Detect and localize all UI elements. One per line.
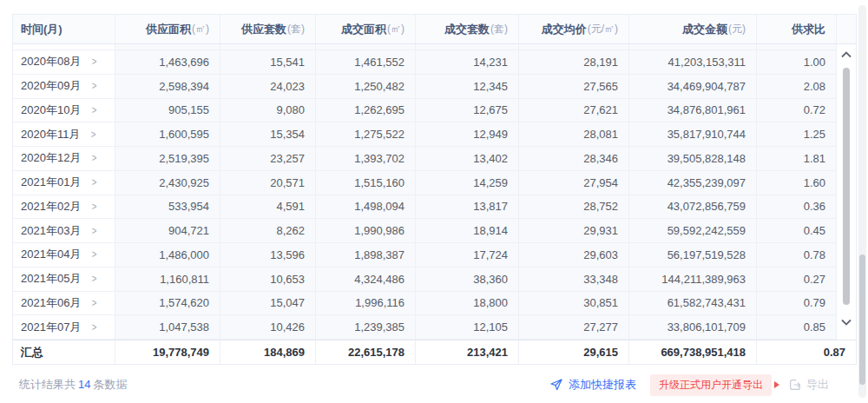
chevron-right-icon[interactable]: > [92, 152, 97, 165]
chevron-right-icon[interactable]: > [92, 104, 97, 117]
column-header-label: 成交面积 [341, 22, 386, 37]
chevron-right-icon[interactable]: > [92, 297, 97, 310]
column-header-unit: (套) [490, 22, 508, 36]
value-cell: 2,519,395 [115, 147, 220, 170]
value-cell: 12,105 [416, 315, 519, 339]
export-label: 导出 [806, 377, 829, 393]
table-row[interactable]: 2020年12月>2,519,39523,2571,393,70213,4022… [13, 147, 837, 171]
value-cell: 18,800 [416, 292, 519, 315]
value-cell: 41,203,153,311 [629, 50, 757, 74]
chevron-right-icon[interactable]: > [92, 224, 97, 237]
value-cell: 28,081 [519, 122, 629, 146]
month-cell[interactable]: 2021年01月> [13, 171, 115, 195]
value-cell: 27,954 [519, 171, 629, 195]
value-cell: 23,257 [220, 147, 316, 170]
chevron-right-icon[interactable]: > [92, 80, 97, 93]
footer-actions: 添加快捷报表 升级正式用户开通导出 导出 [549, 374, 857, 396]
value-cell: 4,591 [220, 195, 316, 219]
month-cell[interactable]: 2021年03月> [13, 219, 115, 242]
table-row[interactable]: 2021年04月>1,486,00013,5961,898,38717,7242… [13, 243, 837, 268]
column-header-deal-amount: 成交金额(元) [629, 15, 757, 43]
table-row[interactable]: 2020年11月>1,600,59515,3541,275,52212,9492… [13, 122, 837, 147]
value-cell: 8,262 [220, 219, 316, 242]
value-cell: 4,324,486 [316, 268, 416, 291]
month-label: 2021年01月 [21, 175, 81, 190]
chevron-right-icon[interactable]: > [91, 128, 96, 141]
chevron-right-icon[interactable]: > [92, 44, 97, 45]
value-cell: 28,346 [519, 147, 629, 170]
month-cell[interactable]: 2021年05月> [13, 268, 115, 291]
table-row[interactable]: 2020年09月>2,598,39424,0231,250,48212,3452… [13, 75, 837, 99]
month-label: 2020年11月 [21, 127, 80, 142]
month-label: 2021年04月 [21, 247, 81, 262]
table-row[interactable]: 2021年07月>1,047,53810,4261,239,38512,1052… [13, 315, 837, 340]
month-cell[interactable]: 2021年06月> [13, 292, 115, 315]
value-cell: 12,675 [416, 99, 519, 122]
page-scrollbar-thumb[interactable] [859, 254, 865, 385]
chevron-right-icon[interactable]: > [92, 273, 97, 286]
value-cell: 0.45 [757, 219, 837, 242]
column-header-unit: (㎡) [192, 22, 209, 36]
table-scrollbar[interactable] [837, 44, 856, 340]
value-cell: 28,191 [519, 50, 629, 74]
table-row[interactable]: 2021年05月>1,160,81110,6534,324,48638,3603… [13, 268, 837, 292]
value-cell: 12,345 [416, 75, 519, 98]
value-cell: , [519, 44, 629, 50]
partial-row-clipped[interactable]: 2020年07月>, ,,, ,,,, , , [13, 44, 837, 50]
table-row[interactable]: 2021年06月>1,574,62015,0471,996,11618,8003… [13, 292, 837, 316]
month-cell[interactable]: 2021年02月> [13, 195, 115, 219]
chevron-right-icon[interactable]: > [92, 248, 97, 261]
scrollbar-thumb[interactable] [843, 68, 850, 305]
value-cell: 15,541 [220, 50, 316, 74]
month-cell[interactable]: 2020年11月> [13, 122, 115, 146]
month-label: 2021年05月 [21, 271, 81, 287]
stats-count-text: 统计结果共14条数据 [12, 377, 127, 393]
column-header-label: 供应套数 [241, 22, 286, 37]
value-cell: , [416, 44, 519, 50]
value-cell: 0.36 [757, 195, 837, 219]
month-cell[interactable]: 2020年07月> [13, 44, 115, 50]
month-cell[interactable]: 2020年09月> [13, 75, 115, 98]
month-cell[interactable]: 2020年12月> [13, 147, 115, 170]
chevron-right-icon[interactable]: > [92, 201, 97, 214]
month-cell[interactable]: 2021年04月> [13, 243, 115, 267]
column-header-deal-area: 成交面积(㎡) [316, 15, 416, 43]
month-cell[interactable]: 2020年08月> [13, 50, 115, 74]
table-row[interactable]: 2020年08月>1,463,69615,5411,461,55214,2312… [13, 50, 837, 75]
table-row[interactable]: 2021年02月>533,9544,5911,498,09413,81728,7… [13, 195, 837, 220]
value-cell: 1,486,000 [115, 243, 220, 267]
column-header-supply-units: 供应套数(套) [220, 15, 316, 43]
column-header-label: 时间(月) [21, 22, 62, 37]
value-cell: 61,582,743,431 [629, 292, 757, 315]
column-header-supply-demand-ratio: 供求比 [757, 15, 837, 43]
export-button[interactable]: 导出 [788, 377, 829, 393]
table-row[interactable]: 2021年01月>2,430,92520,5711,515,16014,2592… [13, 171, 837, 195]
value-cell: 1,250,482 [316, 75, 416, 98]
table-row[interactable]: 2020年10月>905,1559,0801,262,69512,67527,6… [13, 99, 837, 123]
table-row[interactable]: 2020年07月>, ,,, ,,,, , , [13, 44, 837, 50]
column-header-avg-price: 成交均价(元/㎡) [519, 15, 629, 43]
table-body-rows: 2020年07月>, ,,, ,,,, , ,2020年08月>1,463,69… [13, 44, 837, 340]
month-cell[interactable]: 2021年07月> [13, 315, 115, 339]
value-cell: 10,426 [220, 315, 316, 339]
value-cell: 0.27 [757, 268, 837, 291]
chevron-down-icon[interactable] [837, 315, 856, 329]
month-label: 2020年10月 [21, 102, 81, 118]
summary-supply-demand-ratio: 0.87 [757, 340, 856, 364]
upgrade-tooltip: 升级正式用户开通导出 [650, 374, 772, 396]
table-row[interactable]: 2021年03月>904,7218,2621,990,98618,91429,9… [13, 219, 837, 243]
chevron-right-icon[interactable]: > [92, 176, 97, 189]
month-label: 2021年07月 [21, 320, 81, 335]
column-header-label: 供求比 [792, 22, 825, 37]
month-cell[interactable]: 2020年10月> [13, 99, 115, 122]
chevron-up-icon[interactable] [837, 48, 856, 62]
summary-deal-area: 22,615,178 [316, 340, 416, 364]
chevron-right-icon[interactable]: > [92, 320, 97, 334]
summary-label: 汇总 [13, 340, 115, 364]
value-cell: 1,898,387 [316, 243, 416, 267]
value-cell: 13,817 [416, 195, 519, 219]
stats-suffix: 条数据 [93, 378, 127, 391]
add-quick-report-button[interactable]: 添加快捷报表 [549, 377, 636, 393]
chevron-right-icon[interactable]: > [92, 56, 97, 69]
column-header-supply-area: 供应面积(㎡) [115, 15, 220, 43]
